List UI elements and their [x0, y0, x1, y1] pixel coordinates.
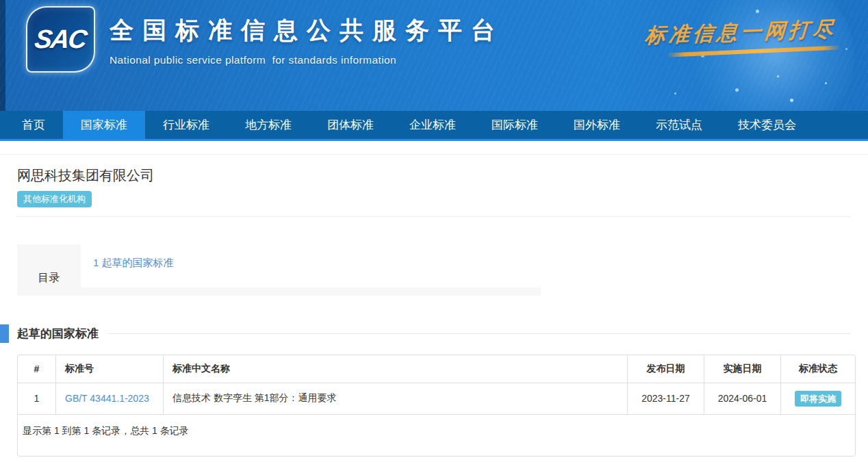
- organization-type-badge: 其他标准化机构: [17, 191, 92, 207]
- column-header-index: #: [18, 355, 55, 383]
- nav-tab-technical-committees[interactable]: 技术委员会: [720, 111, 814, 139]
- column-header-standard-code: 标准号: [55, 355, 163, 383]
- nav-tab-enterprise-standards[interactable]: 企业标准: [392, 111, 474, 139]
- column-header-standard-name: 标准中文名称: [163, 355, 627, 383]
- section-marker-icon: [0, 324, 9, 343]
- cell-index: 1: [18, 383, 55, 415]
- toc-link-drafted-standards[interactable]: 1 起草的国家标准: [93, 257, 174, 268]
- sac-logo[interactable]: SAC: [26, 6, 95, 73]
- nav-tab-pilot-programs[interactable]: 示范试点: [638, 111, 720, 139]
- record-count-summary: 显示第 1 到第 1 条记录，总共 1 条记录: [18, 415, 855, 456]
- column-header-publish-date: 发布日期: [627, 355, 704, 383]
- organization-name: 网思科技集团有限公司: [17, 166, 868, 185]
- standards-table: # 标准号 标准中文名称 发布日期 实施日期 标准状态 1 GB/T 43441…: [18, 355, 855, 415]
- nav-tab-home[interactable]: 首页: [4, 111, 63, 139]
- table-of-contents: 目录 1 起草的国家标准: [17, 244, 541, 296]
- nav-tab-group-standards[interactable]: 团体标准: [309, 111, 392, 139]
- banner-titles: 全国标准信息公共服务平台 National public service pla…: [110, 14, 504, 66]
- sac-logo-text: SAC: [33, 25, 88, 54]
- organization-divider: [17, 216, 851, 217]
- column-header-implement-date: 实施日期: [704, 355, 780, 383]
- nav-tab-industry-standards[interactable]: 行业标准: [145, 111, 227, 139]
- nav-tab-international-standards[interactable]: 国际标准: [474, 111, 556, 139]
- nav-tab-national-standards[interactable]: 国家标准: [63, 111, 145, 139]
- table-row: 1 GB/T 43441.1-2023 信息技术 数字孪生 第1部分：通用要求 …: [18, 383, 855, 415]
- nav-tab-local-standards[interactable]: 地方标准: [227, 111, 309, 139]
- section-header-line: [108, 333, 851, 334]
- table-header-row: # 标准号 标准中文名称 发布日期 实施日期 标准状态: [18, 355, 855, 383]
- status-badge: 即将实施: [795, 391, 841, 407]
- cell-standard-name: 信息技术 数字孪生 第1部分：通用要求: [163, 383, 627, 415]
- nav-tab-foreign-standards[interactable]: 国外标准: [556, 111, 638, 139]
- standard-code-link[interactable]: GB/T 43441.1-2023: [65, 393, 149, 404]
- toc-label: 目录: [17, 244, 81, 296]
- cell-publish-date: 2023-11-27: [627, 383, 704, 415]
- site-banner: SAC 全国标准信息公共服务平台 National public service…: [0, 0, 868, 111]
- sparkle-dots: [777, 75, 779, 77]
- toc-content: 1 起草的国家标准: [81, 244, 541, 287]
- section-header: 起草的国家标准: [0, 324, 868, 343]
- main-nav: 首页 国家标准 行业标准 地方标准 团体标准 企业标准 国际标准 国外标准 示范…: [0, 111, 868, 141]
- section-title: 起草的国家标准: [17, 326, 99, 342]
- organization-section: 网思科技集团有限公司 其他标准化机构: [0, 166, 868, 207]
- standards-table-container: # 标准号 标准中文名称 发布日期 实施日期 标准状态 1 GB/T 43441…: [17, 355, 856, 457]
- site-title: 全国标准信息公共服务平台: [110, 14, 504, 47]
- column-header-status: 标准状态: [780, 355, 855, 383]
- content-top-divider: [0, 154, 868, 155]
- site-subtitle: National public service platform for sta…: [110, 54, 504, 66]
- cell-implement-date: 2024-06-01: [704, 383, 780, 415]
